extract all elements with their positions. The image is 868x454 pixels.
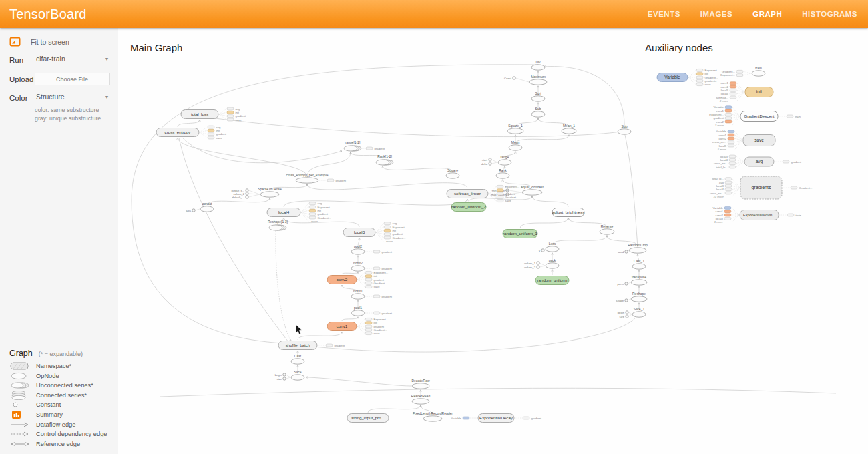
graph-node-square1[interactable]: Square_1: [507, 124, 523, 134]
graph-node-aux_save[interactable]: saveVariableconv1conv2cross_en...local35…: [712, 130, 775, 151]
graph-node-cross_entropy[interactable]: cross_entropyavginitgradientsave: [156, 126, 227, 140]
graph-node-aux_expmov[interactable]: ExponentialMovin...Variableconv1conv2loc…: [713, 206, 802, 224]
svg-text:init: init: [374, 274, 378, 278]
graph-node-sub[interactable]: Sub: [531, 107, 545, 118]
svg-text:random_uniform_2: random_uniform_2: [451, 204, 486, 209]
graph-node-pack[interactable]: pack: [546, 258, 559, 269]
graph-node-c_dv[interactable]: default_...: [232, 194, 260, 199]
graph-node-c_begin1[interactable]: begin: [618, 311, 632, 314]
graph-node-c_seed[interactable]: seed: [618, 250, 628, 254]
graph-node-softmax_linear[interactable]: softmax_linearExponent...initgradientGra…: [447, 185, 519, 202]
graph-node-mean1[interactable]: Mean_1: [562, 124, 576, 134]
graph-node-reshape[interactable]: Reshape: [631, 292, 647, 302]
graph-node-concat[interactable]: concat: [200, 202, 214, 212]
graph-node-aux_variable[interactable]: VariableExponent...initGradient...gradie…: [657, 69, 719, 86]
graph-node-local3[interactable]: local3avgExponent...initgradientGradient…: [343, 222, 407, 243]
color-captions: color: same substructure gray: unique su…: [35, 107, 110, 123]
graph-node-sqrt[interactable]: Sqrt: [531, 91, 545, 102]
main-graph-svg[interactable]: DivMaximumConstSqrtSubSquare_1Mean_1SubM…: [118, 28, 868, 454]
run-select[interactable]: cifar-train ▾: [35, 55, 110, 65]
nav-images[interactable]: IMAGES: [700, 10, 732, 18]
graph-node-norm1[interactable]: norm1gradient: [351, 289, 393, 300]
graph-node-c_size1[interactable]: size: [620, 314, 632, 318]
graph-node-transpose[interactable]: transpose: [631, 275, 647, 286]
graph-node-maximum[interactable]: Maximum: [529, 75, 547, 85]
svg-text:avg: avg: [756, 159, 763, 164]
graph-node-reverse[interactable]: Reverse: [600, 224, 614, 235]
graph-edge: [307, 183, 467, 190]
nav-graph[interactable]: GRAPH: [752, 10, 782, 18]
graph-node-c_shape[interactable]: shape: [616, 299, 630, 302]
graph-node-aux_gradients[interactable]: gradientstotal_lo...avglocal3local4cross…: [710, 176, 813, 199]
svg-text:ReaderRead: ReaderRead: [411, 394, 431, 398]
svg-text:Slice: Slice: [294, 370, 302, 374]
graph-node-pool2[interactable]: pool2gradient: [351, 244, 393, 255]
svg-text:Variable: Variable: [714, 105, 724, 109]
graph-node-aux_gdesc[interactable]: GradientDescentVariableconv1Exponent...g…: [709, 105, 801, 127]
graph-node-s2d[interactable]: SparseToDense: [258, 187, 282, 198]
graph-node-norm2[interactable]: norm2gradient: [351, 261, 393, 272]
graph-canvas-area[interactable]: Main Graph Auxiliary nodes DivMaximumCon…: [118, 28, 868, 454]
graph-node-ru1[interactable]: random_uniform_1: [503, 230, 538, 238]
svg-text:Rank: Rank: [499, 168, 507, 172]
nav-histograms[interactable]: HISTOGRAMS: [802, 10, 857, 18]
svg-text:Reshape: Reshape: [632, 292, 646, 296]
graph-node-range[interactable]: range: [498, 155, 511, 166]
graph-node-ru0[interactable]: random_uniform: [535, 276, 569, 285]
graph-node-rcrop[interactable]: RandomCrop: [628, 243, 648, 254]
graph-node-aux_train[interactable]: trainGradient...Exponent...: [720, 66, 765, 77]
graph-node-conv1[interactable]: conv1Exponent...initgradientGradient...s…: [327, 318, 388, 335]
graph-node-expdecay[interactable]: ExponentialDecayVariablegradient: [451, 414, 542, 423]
graph-node-reshape13[interactable]: Reshape[1-3]: [268, 220, 288, 230]
graph-edge: [178, 138, 307, 176]
graph-node-stringinput[interactable]: string_input_pro...: [347, 414, 389, 423]
graph-node-rank12[interactable]: Rank[1-2]: [376, 154, 393, 165]
graph-node-aux_avg[interactable]: avglocal3local4cross_en...total_lo...gra…: [714, 155, 802, 169]
svg-text:train: train: [755, 66, 762, 70]
legend-item-series-connected: Connected series*: [0, 390, 118, 400]
graph-node-ru2[interactable]: random_uniform_2: [451, 203, 487, 212]
graph-node-total_loss[interactable]: total_lossavginitgradientsave: [181, 107, 246, 122]
graph-node-cast[interactable]: Cast: [291, 354, 304, 365]
graph-node-mean[interactable]: Mean: [509, 140, 522, 151]
svg-text:cross_en...: cross_en...: [712, 140, 726, 144]
graph-node-aux_init[interactable]: initconv1conv2local3local4softmax...3 mo…: [716, 81, 773, 103]
graph-node-slice1[interactable]: Slice_1: [632, 307, 646, 318]
graph-node-c_max[interactable]: Const: [504, 77, 529, 82]
graph-node-cast1[interactable]: Cast_1: [632, 259, 646, 270]
svg-text:init: init: [216, 129, 220, 132]
choose-file-button[interactable]: Choose File: [35, 73, 110, 85]
fit-to-screen-button[interactable]: Fit to screen: [9, 37, 110, 47]
graph-node-c_delta[interactable]: delta: [481, 162, 497, 166]
svg-text:save: save: [754, 138, 764, 142]
graph-node-square[interactable]: Square: [446, 168, 459, 179]
graph-node-readerread[interactable]: ReaderRead: [411, 394, 431, 405]
graph-node-adjbr[interactable]: adjust_brightness: [552, 208, 585, 217]
graph-node-decoderaw[interactable]: DecodeRaw: [411, 379, 430, 389]
graph-node-cepe[interactable]: cross_entropy_per_examplegradient: [286, 173, 346, 184]
graph-node-range12[interactable]: range[1-2]gradient: [344, 140, 385, 151]
graph-node-c_size[interactable]: size: [277, 377, 290, 381]
svg-text:Less: Less: [549, 242, 556, 246]
svg-text:save: save: [505, 199, 512, 202]
graph-node-c_v2[interactable]: values_2: [524, 266, 545, 269]
graph-node-c_axis[interactable]: axis: [186, 209, 200, 212]
graph-node-div[interactable]: Div: [531, 60, 545, 71]
graph-node-fixedlen[interactable]: FixedLengthRecordReader: [413, 411, 453, 422]
graph-node-c_y[interactable]: y: [539, 249, 545, 252]
graph-node-pool1[interactable]: pool1gradient: [351, 306, 393, 316]
graph-node-subr[interactable]: Sub: [618, 124, 631, 135]
sidebar: Fit to screen Run cifar-train ▾ Upload C…: [0, 28, 118, 454]
graph-node-slice[interactable]: Slice: [291, 370, 304, 381]
graph-node-less[interactable]: Less: [546, 242, 559, 252]
svg-text:pool1: pool1: [354, 306, 362, 310]
nav-events[interactable]: EVENTS: [648, 10, 680, 18]
color-select[interactable]: Structure ▾: [35, 93, 110, 103]
svg-text:save: save: [374, 332, 381, 335]
graph-node-adjctr[interactable]: adjust_contrast: [521, 185, 544, 196]
svg-text:gradient: gradient: [336, 179, 347, 182]
svg-text:Square_1: Square_1: [508, 124, 523, 128]
graph-node-rank[interactable]: Rank: [496, 168, 509, 179]
graph-node-conv2[interactable]: conv2Exponent...initgradientGradient...s…: [327, 271, 388, 288]
graph-node-c_perm[interactable]: perm: [617, 282, 630, 286]
